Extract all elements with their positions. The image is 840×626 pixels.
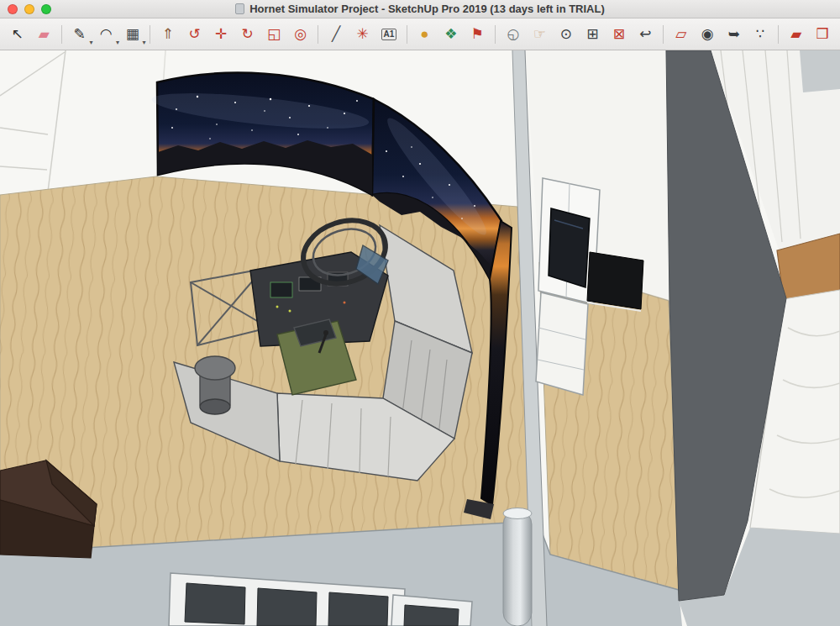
section-plane-tool-button[interactable]: ▱ <box>669 23 693 46</box>
protractor-tool-button[interactable]: ◵ <box>501 23 525 46</box>
scale-tool-button[interactable]: ◱ <box>261 23 286 46</box>
rectangle-tool-button[interactable]: ▦▾ <box>120 23 144 46</box>
section-plane-icon: ▱ <box>675 27 686 41</box>
desk-shelf <box>536 292 588 395</box>
window-title: Hornet Simulator Project - SketchUp Pro … <box>235 3 605 15</box>
move-tool-button[interactable]: ✛ <box>208 23 233 46</box>
section-display-tool-button[interactable]: ▰ <box>784 23 808 46</box>
move-icon: ✛ <box>215 27 227 41</box>
follow-me-tool-button[interactable]: ↺ <box>182 23 207 46</box>
tape-measure-icon: ╱ <box>332 27 340 41</box>
zoom-icon: ⊙ <box>560 27 572 41</box>
make-component-icon: ❖ <box>444 27 457 41</box>
dropdown-caret[interactable]: ▾ <box>89 39 92 46</box>
dropdown-caret[interactable]: ▾ <box>116 39 119 46</box>
axes-tool-button[interactable]: ✳ <box>350 23 375 46</box>
equipment-drum <box>195 356 235 414</box>
corner-wall-strip <box>800 50 840 92</box>
dropdown-caret[interactable]: ▾ <box>142 39 145 46</box>
toolbar-separator <box>407 25 407 44</box>
eraser-tool-button[interactable]: ▰ <box>31 23 55 46</box>
toolbar-separator <box>61 25 62 44</box>
offset-tool-button[interactable]: ◎ <box>288 23 312 46</box>
toolbar-separator <box>495 25 496 44</box>
toolbar: ↖ ▰ ✎▾ ◠▾ ▦▾ ⇑ ↺ ✛ ↻ ◱ ◎ ╱ ✳ A1 ● ❖ ⚑ ◵ … <box>0 18 840 50</box>
position-camera-tool-button[interactable]: ➥ <box>722 23 746 46</box>
walk-feet-icon: ∵ <box>756 27 765 41</box>
add-location-tool-button[interactable]: ⚑ <box>465 23 490 46</box>
desk-keyboard-slab <box>587 252 643 309</box>
previous-view-icon: ↩ <box>639 27 651 41</box>
line-tool-button[interactable]: ✎▾ <box>67 23 92 46</box>
zoom-extents-tool-button[interactable]: ⊠ <box>606 23 631 46</box>
push-pull-icon: ⇑ <box>162 27 174 41</box>
sketchup-window: Hornet Simulator Project - SketchUp Pro … <box>0 0 840 626</box>
add-location-icon: ⚑ <box>471 27 484 41</box>
rectangle-icon: ▦ <box>126 27 139 41</box>
push-pull-tool-button[interactable]: ⇑ <box>155 23 180 46</box>
select-icon: ↖ <box>12 27 24 41</box>
titlebar: Hornet Simulator Project - SketchUp Pro … <box>0 0 840 18</box>
line-icon: ✎ <box>74 27 86 41</box>
offset-icon: ◎ <box>294 27 307 41</box>
scene-svg <box>0 50 840 626</box>
close-button[interactable] <box>8 4 18 14</box>
toolbar-separator <box>150 25 150 44</box>
previous-view-tool-button[interactable]: ↩ <box>633 23 658 46</box>
make-component-tool-button[interactable]: ❖ <box>438 23 463 46</box>
look-around-tool-button[interactable]: ◉ <box>696 23 720 46</box>
text-icon: A1 <box>381 29 397 40</box>
zoom-button[interactable] <box>41 4 51 14</box>
paint-bucket-tool-button[interactable]: ● <box>412 23 437 46</box>
room-column[interactable] <box>503 508 532 626</box>
zoom-window-tool-button[interactable]: ⊞ <box>580 23 605 46</box>
arc-icon: ◠ <box>100 27 113 41</box>
paint-bucket-icon: ● <box>420 27 428 41</box>
follow-me-icon: ↺ <box>188 27 200 41</box>
scale-icon: ◱ <box>267 27 281 41</box>
rotate-icon: ↻ <box>241 27 253 41</box>
arc-tool-button[interactable]: ◠▾ <box>93 23 118 46</box>
axes-icon: ✳ <box>356 27 368 41</box>
document-proxy-icon <box>235 3 244 14</box>
toolbar-separator <box>663 25 664 44</box>
section-display-icon: ▰ <box>790 27 801 41</box>
toolbar-separator <box>318 25 318 44</box>
styles-tool-button[interactable]: ❒ <box>810 23 834 46</box>
text-tool-button[interactable]: A1 <box>376 23 401 46</box>
viewport-3d[interactable] <box>0 50 840 626</box>
look-around-eye-icon: ◉ <box>701 27 714 41</box>
protractor-icon: ◵ <box>507 27 519 41</box>
pan-tool-button[interactable]: ☞ <box>528 23 552 46</box>
zoom-window-icon: ⊞ <box>586 27 598 41</box>
tape-measure-tool-button[interactable]: ╱ <box>323 23 348 46</box>
eraser-icon: ▰ <box>39 27 50 41</box>
toolbar-separator <box>778 25 779 44</box>
window-title-text: Hornet Simulator Project - SketchUp Pro … <box>249 3 605 15</box>
walk-tool-button[interactable]: ∵ <box>748 23 773 46</box>
rotate-tool-button[interactable]: ↻ <box>235 23 260 46</box>
window-controls <box>8 0 51 18</box>
position-camera-icon: ➥ <box>728 27 740 41</box>
zoom-tool-button[interactable]: ⊙ <box>554 23 578 46</box>
minimize-button[interactable] <box>24 4 34 14</box>
pan-hand-icon: ☞ <box>533 27 546 41</box>
styles-icon: ❒ <box>816 27 829 41</box>
zoom-extents-icon: ⊠ <box>613 27 625 41</box>
select-tool-button[interactable]: ↖ <box>5 23 29 46</box>
control-stick <box>323 330 328 335</box>
